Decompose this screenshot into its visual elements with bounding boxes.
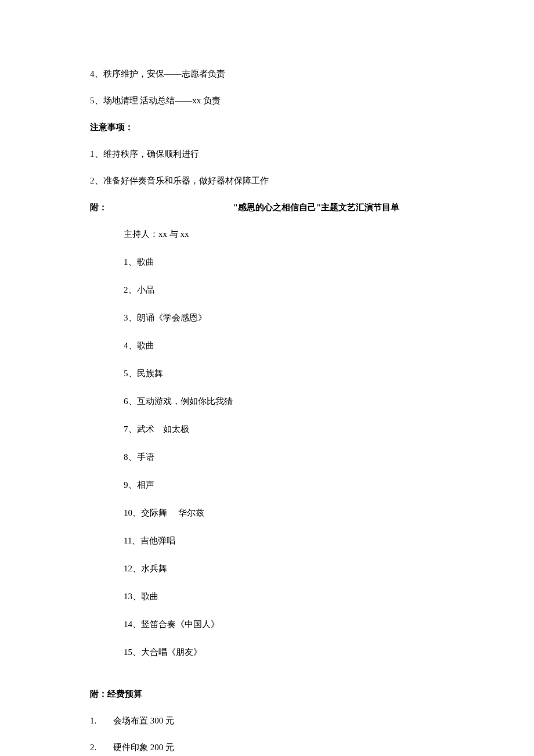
program-2: 2、小品 — [124, 283, 444, 297]
program-10: 10、交际舞 华尔兹 — [124, 506, 444, 520]
host-line: 主持人：xx 与 xx — [124, 227, 444, 241]
note-1: 1、维持秩序，确保顺利进行 — [90, 147, 444, 161]
budget-num-2: 2. — [90, 740, 105, 754]
appendix-title: "感恩的心之相信自己"主题文艺汇演节目单 — [107, 200, 444, 214]
budget-text-2: 硬件印象 200 元 — [105, 740, 174, 754]
program-6: 6、互动游戏，例如你比我猜 — [124, 394, 444, 408]
budget-list: 1. 会场布置 300 元 2. 硬件印象 200 元 3. 服装费 100 元… — [90, 714, 444, 756]
program-5: 5、民族舞 — [124, 366, 444, 380]
program-list-block: 主持人：xx 与 xx 1、歌曲 2、小品 3、朗诵《学会感恩》 4、歌曲 5、… — [90, 227, 444, 659]
appendix-title-row: 附： "感恩的心之相信自己"主题文艺汇演节目单 — [90, 200, 444, 214]
task-item-4: 4、秩序维护，安保——志愿者负责 — [90, 67, 444, 81]
task-item-5: 5、场地清理 活动总结——xx 负责 — [90, 93, 444, 107]
program-11: 11、吉他弹唱 — [124, 534, 444, 548]
program-15: 15、大合唱《朋友》 — [124, 645, 444, 659]
program-14: 14、竖笛合奏《中国人》 — [124, 617, 444, 631]
budget-item-2: 2. 硬件印象 200 元 — [90, 740, 444, 754]
budget-item-1: 1. 会场布置 300 元 — [90, 714, 444, 728]
budget-text-1: 会场布置 300 元 — [105, 714, 174, 728]
program-13: 13、歌曲 — [124, 589, 444, 603]
program-9: 9、相声 — [124, 478, 444, 492]
program-1: 1、歌曲 — [124, 255, 444, 269]
program-7: 7、武术 如太极 — [124, 422, 444, 436]
program-4: 4、歌曲 — [124, 339, 444, 352]
notes-heading: 注意事项： — [90, 120, 444, 134]
note-2: 2、准备好伴奏音乐和乐器，做好器材保障工作 — [90, 174, 444, 188]
budget-heading: 附：经费预算 — [90, 687, 444, 701]
program-3: 3、朗诵《学会感恩》 — [124, 311, 444, 325]
program-12: 12、水兵舞 — [124, 561, 444, 575]
appendix-prefix: 附： — [90, 200, 107, 214]
budget-num-1: 1. — [90, 714, 105, 728]
program-8: 8、手语 — [124, 450, 444, 464]
